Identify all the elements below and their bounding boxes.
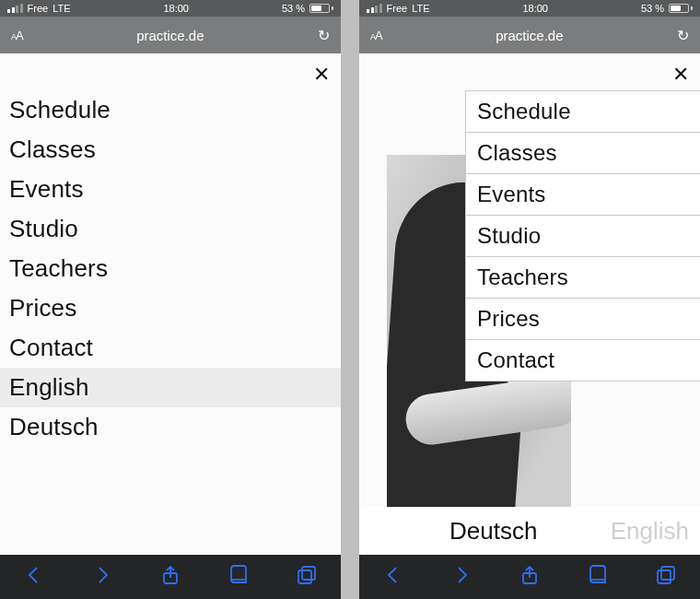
reader-aa-button[interactable]: AA [370, 29, 382, 42]
browser-toolbar [0, 555, 341, 599]
nav-item-studio[interactable]: Studio [9, 209, 341, 249]
forward-button[interactable] [450, 564, 472, 590]
nav-item-teachers[interactable]: Teachers [9, 249, 341, 288]
signal-icon [7, 4, 23, 13]
clock: 18:00 [522, 3, 548, 14]
nav-item-english[interactable]: English [0, 368, 341, 407]
browser-toolbar [359, 555, 700, 599]
nav-item-deutsch[interactable]: Deutsch [9, 407, 341, 447]
close-icon[interactable]: ✕ [313, 65, 330, 85]
status-bar: Free LTE 18:00 53 % [0, 0, 341, 17]
lang-english[interactable]: English [611, 517, 689, 546]
carrier-label: Free [387, 3, 408, 14]
battery-pct: 53 % [641, 3, 664, 14]
bookmarks-button[interactable] [587, 564, 609, 590]
site-label[interactable]: practice.de [496, 28, 563, 43]
svg-rect-4 [298, 570, 311, 583]
page-content: ✕ ScheduleClassesEventsStudioTeachersPri… [359, 53, 700, 555]
nav-item-studio[interactable]: Studio [466, 215, 700, 256]
forward-button[interactable] [91, 564, 113, 590]
close-icon[interactable]: ✕ [672, 65, 689, 85]
page-content: ✕ ScheduleClassesEventsStudioTeachersPri… [0, 53, 341, 555]
network-label: LTE [52, 3, 70, 14]
signal-icon [367, 4, 382, 13]
nav-item-schedule[interactable]: Schedule [466, 90, 700, 132]
network-label: LTE [412, 3, 429, 14]
reader-aa-button[interactable]: AA [11, 29, 23, 42]
back-button[interactable] [382, 564, 404, 590]
tabs-button[interactable] [655, 564, 677, 590]
battery-icon [309, 4, 333, 13]
bookmarks-button[interactable] [228, 564, 250, 590]
nav-item-contact[interactable]: Contact [9, 328, 341, 368]
nav-item-events[interactable]: Events [9, 170, 341, 209]
share-button[interactable] [519, 564, 541, 590]
svg-rect-9 [658, 570, 671, 583]
svg-rect-8 [661, 567, 674, 580]
reload-icon[interactable]: ↻ [677, 27, 689, 44]
reload-icon[interactable]: ↻ [318, 27, 330, 44]
carrier-label: Free [28, 3, 49, 14]
nav-item-events[interactable]: Events [466, 173, 700, 215]
battery-icon [669, 4, 693, 13]
battery-fill [671, 6, 681, 11]
nav-item-contact[interactable]: Contact [466, 339, 700, 382]
phone-right: Free LTE 18:00 53 % AA practice.de ↻ ✕ S… [359, 0, 700, 599]
language-row: Deutsch English [359, 507, 700, 555]
nav-item-prices[interactable]: Prices [466, 298, 700, 339]
lang-deutsch[interactable]: Deutsch [449, 517, 537, 546]
phone-left: Free LTE 18:00 53 % AA practice.de ↻ ✕ S… [0, 0, 341, 599]
nav-item-prices[interactable]: Prices [9, 288, 341, 328]
status-bar: Free LTE 18:00 53 % [359, 0, 700, 17]
nav-panel: ScheduleClassesEventsStudioTeachersPrice… [465, 90, 700, 382]
site-label[interactable]: practice.de [136, 28, 204, 43]
nav-menu: ScheduleClassesEventsStudioTeachersPrice… [9, 90, 341, 447]
nav-item-classes[interactable]: Classes [9, 130, 341, 170]
nav-item-classes[interactable]: Classes [466, 132, 700, 173]
share-button[interactable] [159, 564, 181, 590]
clock: 18:00 [163, 3, 189, 14]
nav-item-teachers[interactable]: Teachers [466, 256, 700, 298]
battery-pct: 53 % [282, 3, 305, 14]
browser-url-bar: AA practice.de ↻ [359, 17, 700, 53]
browser-url-bar: AA practice.de ↻ [0, 17, 341, 53]
svg-rect-3 [302, 567, 315, 580]
battery-fill [311, 6, 321, 11]
nav-item-schedule[interactable]: Schedule [9, 90, 341, 130]
back-button[interactable] [23, 564, 45, 590]
tabs-button[interactable] [296, 564, 318, 590]
